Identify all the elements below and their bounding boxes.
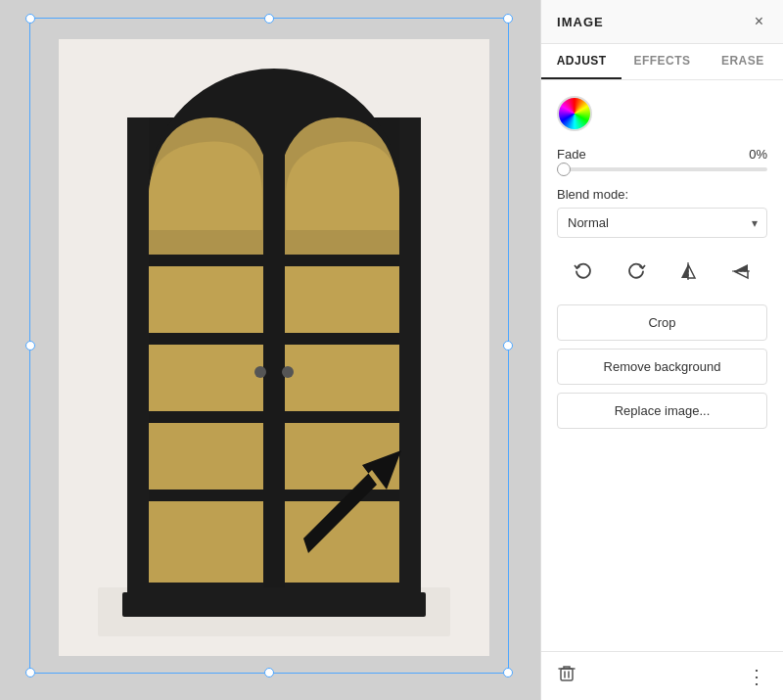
fade-label: Fade	[557, 147, 586, 162]
handle-mid-right[interactable]	[503, 341, 513, 350]
blend-select-wrapper: Normal Multiply Screen Overlay Darken Li…	[557, 208, 767, 238]
handle-top-center[interactable]	[264, 14, 274, 23]
rotate-left-icon[interactable]	[566, 254, 601, 289]
fade-slider[interactable]	[557, 167, 767, 171]
handle-mid-left[interactable]	[25, 341, 35, 350]
tab-adjust[interactable]: ADJUST	[541, 44, 622, 79]
remove-background-button[interactable]: Remove background	[557, 349, 767, 385]
panel-tabs: ADJUST EFFECTS ERASE	[541, 44, 783, 80]
delete-icon[interactable]	[557, 664, 576, 688]
svg-rect-35	[561, 669, 573, 680]
svg-marker-32	[734, 264, 748, 271]
selection-box	[29, 18, 509, 674]
canvas-area	[0, 0, 540, 700]
handle-top-right[interactable]	[503, 14, 513, 23]
blend-mode-label: Blend mode:	[557, 187, 767, 202]
handle-top-left[interactable]	[25, 14, 35, 23]
svg-marker-29	[681, 264, 688, 278]
rotate-right-icon[interactable]	[619, 254, 654, 289]
panel-footer: ⋮	[541, 651, 783, 700]
color-wheel-container	[557, 96, 767, 131]
transform-row	[557, 254, 767, 289]
tab-erase[interactable]: ERASE	[703, 44, 783, 79]
canvas-content	[0, 0, 540, 700]
panel-header: IMAGE ×	[541, 0, 783, 44]
replace-image-button[interactable]: Replace image...	[557, 393, 767, 429]
crop-button[interactable]: Crop	[557, 304, 767, 341]
flip-vertical-icon[interactable]	[723, 254, 759, 289]
more-options-icon[interactable]: ⋮	[747, 665, 767, 688]
blend-mode-select[interactable]: Normal Multiply Screen Overlay Darken Li…	[557, 208, 767, 238]
image-panel: IMAGE × ADJUST EFFECTS ERASE Fade 0% Ble…	[540, 0, 783, 700]
fade-slider-thumb[interactable]	[557, 163, 571, 176]
svg-marker-30	[688, 264, 695, 278]
tab-effects[interactable]: EFFECTS	[622, 44, 702, 79]
svg-marker-33	[734, 271, 748, 278]
handle-bottom-center[interactable]	[264, 668, 274, 677]
fade-row: Fade 0%	[557, 147, 767, 162]
handle-bottom-left[interactable]	[25, 668, 35, 677]
fade-value: 0%	[749, 147, 767, 162]
color-wheel-icon[interactable]	[557, 96, 592, 131]
panel-body: Fade 0% Blend mode: Normal Multiply Scre…	[541, 80, 783, 651]
close-button[interactable]: ×	[751, 12, 767, 31]
panel-title: IMAGE	[557, 15, 604, 29]
flip-horizontal-icon[interactable]	[670, 254, 706, 289]
handle-bottom-right[interactable]	[503, 668, 513, 677]
